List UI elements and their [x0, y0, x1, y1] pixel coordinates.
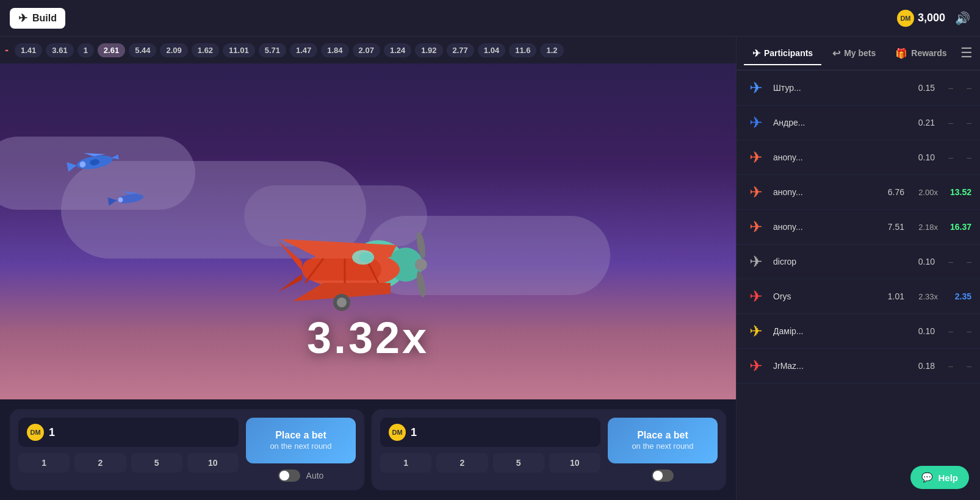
plane-icon: ✈ [18, 12, 27, 25]
quick-bet-1-left[interactable]: 1 [18, 453, 70, 473]
mult-badge-11[interactable]: 2.07 [353, 43, 380, 57]
mult-badge-14[interactable]: 2.77 [447, 43, 474, 57]
logo-button[interactable]: ✈ Build [10, 8, 65, 29]
svg-point-28 [359, 252, 373, 262]
mult-badge-9[interactable]: 1.47 [290, 43, 317, 57]
bet-action-section-right: Place a bet on the next round [608, 418, 718, 482]
participant-name-2: аноny... [773, 152, 904, 162]
place-bet-button-right[interactable]: Place a bet on the next round [608, 418, 718, 463]
participant-name-6: Orys [773, 291, 874, 301]
dm-coin-icon: DM [897, 10, 914, 27]
quick-bet-10-right[interactable]: 10 [549, 453, 600, 473]
header-left: ✈ Build [10, 8, 65, 29]
bet-input-section-right: DM 1 1 2 5 10 [380, 418, 600, 482]
avatar-3: ✈ [745, 181, 767, 203]
small-plane-1 [64, 146, 119, 182]
participant-dash-2b: – [959, 152, 971, 162]
auto-toggle-left[interactable] [278, 470, 300, 482]
mult-badge-7[interactable]: 11.01 [223, 43, 255, 57]
my-bets-icon: ↩ [832, 48, 840, 59]
participant-dash-5b: – [959, 257, 971, 266]
mult-badge-16[interactable]: 11.6 [509, 43, 536, 57]
participant-bet-7: 0.10 [910, 326, 935, 336]
participant-mult-3: 2.00x [910, 188, 938, 197]
dm-coin-right: DM [389, 424, 406, 441]
participant-row: ✈ Orys 1.01 2.33x 2.35 [737, 279, 980, 314]
panel-tabs: ✈ Participants ↩ My bets 🎁 Rewards ☰ [737, 37, 980, 71]
svg-point-25 [337, 298, 347, 307]
quick-bet-2-right[interactable]: 2 [436, 453, 488, 473]
participant-bet-1: 0.21 [910, 118, 935, 127]
place-bet-line2-left: on the next round [256, 441, 346, 452]
quick-bet-5-right[interactable]: 5 [493, 453, 544, 473]
mult-badge-3[interactable]: 2.61 [98, 43, 125, 57]
participant-dash-7a: – [941, 326, 953, 336]
tab-rewards-label: Rewards [911, 48, 946, 58]
participant-dash-2a: – [941, 152, 953, 162]
bet-value-right: 1 [411, 426, 417, 439]
participant-bet-4: 7.51 [880, 222, 904, 232]
mult-badge-8[interactable]: 5.71 [259, 43, 286, 57]
mult-badge-12[interactable]: 1.24 [384, 43, 411, 57]
participant-row: ✈ аноny... 6.76 2.00x 13.52 [737, 175, 980, 210]
participant-name-0: Штур... [773, 83, 904, 93]
rewards-icon: 🎁 [895, 48, 907, 59]
betting-area: DM 1 1 2 5 10 Place a bet on the next ro… [0, 399, 736, 500]
quick-bet-10-left[interactable]: 10 [187, 453, 239, 473]
participant-bet-0: 0.15 [910, 83, 935, 93]
participant-bet-8: 0.18 [910, 361, 935, 371]
participant-row: ✈ Штур... 0.15 – – [737, 71, 980, 105]
participant-win-3: 13.52 [944, 187, 971, 197]
auto-toggle-right[interactable] [652, 470, 674, 482]
participant-dash-0a: – [941, 83, 953, 93]
participant-mult-4: 2.18x [910, 223, 938, 232]
help-icon: 💬 [921, 472, 933, 483]
participant-row: ✈ JrMaz... 0.18 – – [737, 349, 980, 384]
avatar-8: ✈ [745, 355, 767, 377]
participant-bet-2: 0.10 [910, 152, 935, 162]
quick-bet-2-left[interactable]: 2 [74, 453, 126, 473]
avatar-1: ✈ [745, 112, 767, 134]
help-button[interactable]: 💬 Help [910, 466, 969, 489]
mult-badge-6[interactable]: 1.62 [192, 43, 219, 57]
participants-list: ✈ Штур... 0.15 – – ✈ Андре... 0.21 – – ✈… [737, 71, 980, 500]
tab-my-bets[interactable]: ↩ My bets [824, 43, 884, 65]
quick-bet-1-right[interactable]: 1 [380, 453, 431, 473]
place-bet-line1-right: Place a bet [618, 429, 708, 442]
quick-bet-5-left[interactable]: 5 [131, 453, 182, 473]
participants-icon: ✈ [752, 48, 760, 59]
mult-badge-10[interactable]: 1.84 [321, 43, 348, 57]
panel-menu-button[interactable]: ☰ [960, 45, 973, 61]
right-panel: ✈ Participants ↩ My bets 🎁 Rewards ☰ ✈ Ш… [736, 37, 980, 500]
minus-indicator: - [5, 44, 9, 57]
bet-input-row-right[interactable]: DM 1 [380, 418, 600, 447]
mult-badge-17[interactable]: 1.2 [540, 43, 563, 57]
bet-input-section-left: DM 1 1 2 5 10 [18, 418, 239, 482]
svg-marker-23 [278, 274, 302, 292]
header: ✈ Build DM 3,000 🔊 [0, 0, 980, 37]
participant-name-5: dicrop [773, 257, 904, 266]
tab-rewards[interactable]: 🎁 Rewards [887, 43, 955, 65]
participant-name-3: аноny... [773, 187, 874, 197]
mult-badge-15[interactable]: 1.04 [478, 43, 505, 57]
avatar-2: ✈ [745, 146, 767, 168]
mult-badge-5[interactable]: 2.09 [160, 43, 187, 57]
logo-label: Build [32, 13, 57, 24]
sound-button[interactable]: 🔊 [955, 11, 970, 26]
auto-row-left: Auto [246, 470, 356, 482]
participant-dash-1b: – [959, 118, 971, 127]
mult-badge-1[interactable]: 3.61 [46, 43, 73, 57]
mult-badge-13[interactable]: 1.92 [415, 43, 442, 57]
mult-badge-0[interactable]: 1.41 [15, 43, 42, 57]
bet-input-row-left[interactable]: DM 1 [18, 418, 239, 447]
mult-badge-4[interactable]: 5.44 [129, 43, 156, 57]
place-bet-line1-left: Place a bet [256, 429, 346, 442]
avatar-6: ✈ [745, 285, 767, 307]
svg-marker-7 [108, 196, 118, 206]
place-bet-button-left[interactable]: Place a bet on the next round [246, 418, 356, 463]
participant-name-8: JrMaz... [773, 361, 904, 371]
tab-participants[interactable]: ✈ Participants [744, 43, 821, 65]
mult-badge-2[interactable]: 1 [77, 43, 94, 57]
participant-row: ✈ аноny... 0.10 – – [737, 140, 980, 175]
svg-point-12 [415, 259, 427, 271]
